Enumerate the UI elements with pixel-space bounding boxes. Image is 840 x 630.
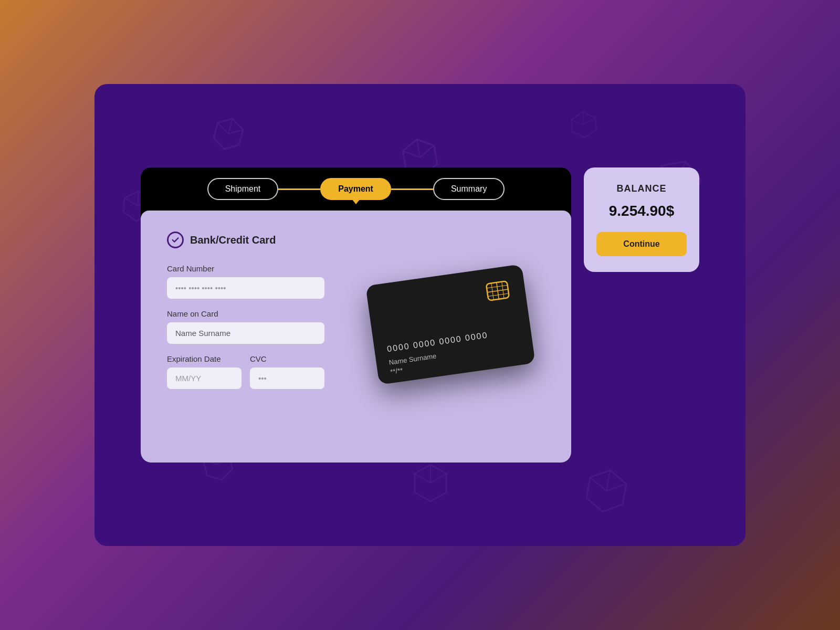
svg-line-5 bbox=[417, 140, 420, 158]
svg-line-1 bbox=[228, 119, 233, 134]
svg-line-31 bbox=[583, 118, 596, 124]
svg-line-6 bbox=[403, 148, 420, 160]
payment-method-text: Bank/Credit Card bbox=[190, 234, 276, 246]
svg-line-29 bbox=[583, 112, 584, 124]
svg-line-7 bbox=[418, 145, 436, 158]
payment-method-label: Bank/Credit Card bbox=[167, 232, 545, 248]
card-number-display: 0000 0000 0000 0000 bbox=[386, 330, 488, 354]
check-circle-icon bbox=[167, 232, 184, 248]
step-shipment[interactable]: Shipment bbox=[207, 178, 279, 200]
expiry-input[interactable] bbox=[167, 368, 242, 389]
expiry-group: Expiration Date bbox=[167, 354, 242, 389]
form-section: Card Number Name on Card Expiration Date bbox=[167, 264, 545, 400]
step-payment[interactable]: Payment bbox=[320, 178, 391, 200]
svg-line-23 bbox=[430, 474, 446, 483]
credit-card-visual: 0000 0000 0000 0000 Name Surname **/** bbox=[365, 264, 536, 385]
svg-line-27 bbox=[606, 480, 626, 494]
bg-cube-8 bbox=[569, 109, 600, 141]
balance-panel: BALANCE 9.254.90$ Continue bbox=[584, 167, 699, 272]
name-input[interactable] bbox=[167, 322, 324, 344]
bg-cube-1 bbox=[206, 111, 251, 156]
payment-area: Bank/Credit Card Card Number Name on Car… bbox=[141, 211, 571, 463]
svg-line-14 bbox=[124, 198, 138, 206]
balance-label: BALANCE bbox=[617, 183, 667, 194]
card-number-input[interactable] bbox=[167, 277, 324, 299]
svg-line-22 bbox=[415, 474, 430, 483]
cvc-group: CVC bbox=[250, 354, 324, 389]
cvc-input[interactable] bbox=[250, 368, 324, 389]
continue-button[interactable]: Continue bbox=[596, 232, 687, 256]
name-label: Name on Card bbox=[167, 309, 324, 318]
card-expiry-display: **/** bbox=[390, 366, 403, 376]
steps-header: Shipment Payment Summary bbox=[141, 167, 571, 211]
step-line-1 bbox=[278, 188, 320, 190]
card-number-label: Card Number bbox=[167, 264, 324, 273]
step-summary[interactable]: Summary bbox=[433, 178, 505, 200]
svg-line-25 bbox=[606, 470, 610, 491]
balance-amount: 9.254.90$ bbox=[609, 203, 675, 219]
form-fields: Card Number Name on Card Expiration Date bbox=[167, 264, 324, 400]
expiry-label: Expiration Date bbox=[167, 354, 242, 363]
svg-line-26 bbox=[589, 477, 608, 491]
step-line-2 bbox=[391, 188, 433, 190]
card-number-group: Card Number bbox=[167, 264, 324, 299]
main-container: Shipment Payment Summary Bank/Credit Car… bbox=[141, 167, 699, 463]
outer-frame: Shipment Payment Summary Bank/Credit Car… bbox=[94, 84, 746, 546]
bg-cube-7 bbox=[579, 464, 634, 518]
cvc-label: CVC bbox=[250, 354, 324, 363]
card-name-display: Name Surname bbox=[388, 352, 437, 366]
checkout-panel: Shipment Payment Summary Bank/Credit Car… bbox=[141, 167, 571, 463]
row-fields: Expiration Date CVC bbox=[167, 354, 324, 400]
svg-line-13 bbox=[138, 191, 139, 206]
svg-line-30 bbox=[571, 119, 584, 125]
name-group: Name on Card bbox=[167, 309, 324, 344]
card-visual-wrapper: 0000 0000 0000 0000 Name Surname **/** bbox=[356, 264, 545, 374]
bg-cube-6 bbox=[410, 462, 452, 504]
svg-marker-28 bbox=[571, 111, 597, 139]
card-chip-icon bbox=[484, 279, 511, 303]
